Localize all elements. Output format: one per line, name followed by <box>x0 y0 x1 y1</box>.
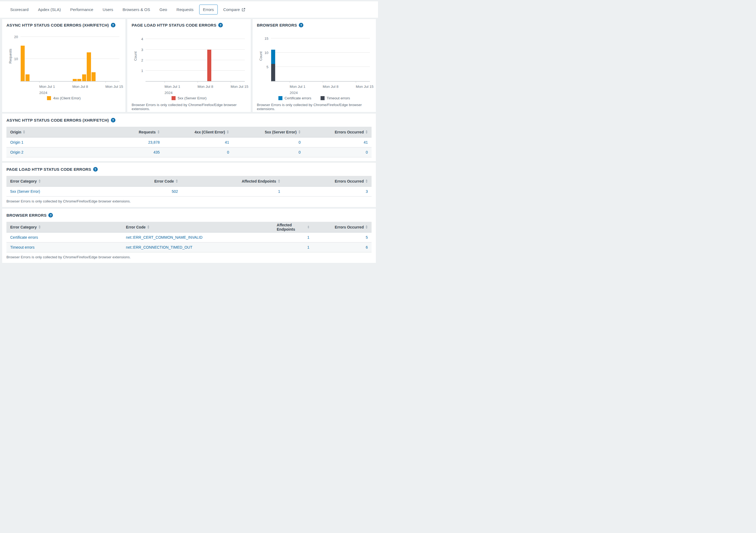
tab-errors[interactable]: Errors <box>199 5 218 14</box>
gridline-y-3 <box>146 49 245 50</box>
x-tick-label: Mon Jul 8 <box>72 84 88 90</box>
cell-link-5xx-server-error[interactable]: 0 <box>299 150 301 154</box>
tab-users[interactable]: Users <box>99 5 117 14</box>
tab-requests[interactable]: Requests <box>173 5 197 14</box>
cell-link-errors-occurred[interactable]: 5 <box>365 235 368 239</box>
table-row-origin-1: Origin 123,87841041 <box>7 137 371 147</box>
cell-link-5xx-server-error[interactable]: 0 <box>299 140 301 145</box>
sort-icon <box>23 130 25 134</box>
legend-swatch <box>47 96 51 100</box>
bar-5xx-server-error-jul-10[interactable] <box>207 50 211 81</box>
column-header-error-code[interactable]: Error Code <box>94 179 181 183</box>
legend: 5xx (Server Error) <box>132 96 246 100</box>
cell-link-errors-occurred[interactable]: 6 <box>365 245 368 249</box>
bar-timeout-errors-jun-27[interactable] <box>271 64 275 81</box>
bar-4xx-client-error-jul-8[interactable] <box>73 79 77 81</box>
help-icon[interactable]: ? <box>111 23 116 27</box>
tab-label: Browsers & OS <box>122 7 150 12</box>
table-row-origin-2: Origin 2435000 <box>7 147 371 157</box>
tab-apdex-sla[interactable]: Apdex (SLA) <box>34 5 65 14</box>
browser-errors-chart: 51015CountMon Jul 12024Mon Jul 8Mon Jul … <box>257 31 371 96</box>
bar-4xx-client-error-jul-10[interactable] <box>82 74 86 81</box>
column-header-4xx-client-error[interactable]: 4xx (Client Error) <box>164 130 233 134</box>
table-footnote: Browser Errors is only collected by Chro… <box>7 252 371 259</box>
column-header-label: Requests <box>139 130 156 134</box>
gridline-y-5 <box>271 67 370 67</box>
cell-link-error-code[interactable]: net::ERR_CONNECTION_TIMED_OUT <box>126 245 192 249</box>
x-tick-label: Mon Jul 15 <box>356 84 373 90</box>
column-header-origin[interactable]: Origin <box>7 130 94 134</box>
column-header-errors-occurred[interactable]: Errors Occurred <box>313 225 371 229</box>
gridline-y-4 <box>146 39 245 39</box>
bar-4xx-client-error-jul-12[interactable] <box>92 72 95 81</box>
cell-link-error-category[interactable]: 5xx (Server Error) <box>10 189 40 194</box>
tab-label: Scorecard <box>10 7 28 12</box>
cell-link-requests[interactable]: 435 <box>153 150 159 154</box>
cell-error-code: net::ERR_CERT_COMMON_NAME_INVALID <box>122 235 273 239</box>
bar-certificate-errors-jun-27[interactable] <box>271 50 275 64</box>
column-header-5xx-server-error[interactable]: 5xx (Server Error) <box>233 130 305 134</box>
y-axis-label: Requests <box>8 49 13 64</box>
column-header-label: Origin <box>10 130 21 134</box>
column-header-label: Error Code <box>126 225 146 229</box>
x-tick-mark <box>39 81 40 83</box>
x-tick-year: 2024 <box>165 90 180 96</box>
tab-compare[interactable]: Compare <box>220 5 249 14</box>
cell-link-errors-occurred[interactable]: 0 <box>365 150 368 154</box>
browser-errors-plot: 51015CountMon Jul 12024Mon Jul 8Mon Jul … <box>271 31 370 82</box>
cell-link-affected-endpoints[interactable]: 1 <box>278 189 280 194</box>
help-icon[interactable]: ? <box>111 118 116 123</box>
y-tick-label: 1 <box>141 69 143 72</box>
column-header-error-category[interactable]: Error Category <box>7 225 122 229</box>
cell-link-origin[interactable]: Origin 1 <box>10 140 23 145</box>
tab-performance[interactable]: Performance <box>66 5 97 14</box>
bar-4xx-client-error-jun-27[interactable] <box>21 46 25 81</box>
tab-browsers-os[interactable]: Browsers & OS <box>119 5 154 14</box>
column-header-affected-endpoints[interactable]: Affected Endpoints <box>273 223 313 232</box>
tab-scorecard[interactable]: Scorecard <box>7 5 32 14</box>
column-header-error-code[interactable]: Error Code <box>122 225 273 229</box>
y-tick-label: 10 <box>264 51 268 54</box>
column-header-error-category[interactable]: Error Category <box>7 179 94 183</box>
help-icon[interactable]: ? <box>48 213 53 217</box>
cell-link-origin[interactable]: Origin 2 <box>10 150 23 154</box>
help-icon[interactable]: ? <box>299 23 303 27</box>
column-header-label: Affected Endpoints <box>242 179 276 183</box>
cell-link-4xx-client-error[interactable]: 41 <box>225 140 229 145</box>
x-axis-space <box>257 82 371 96</box>
tab-label: Performance <box>70 7 93 12</box>
cell-link-requests[interactable]: 23,878 <box>148 140 160 145</box>
cell-link-error-category[interactable]: Certificate errors <box>10 235 38 239</box>
x-tick-date: Mon Jul 15 <box>105 84 123 90</box>
cell-link-affected-endpoints[interactable]: 1 <box>308 245 310 249</box>
x-tick-mark <box>323 81 323 83</box>
chart-panel-pageload-errors: PAGE LOAD HTTP STATUS CODE ERRORS? 1234C… <box>127 19 251 112</box>
cell-link-error-category[interactable]: Timeout errors <box>10 245 35 249</box>
bar-4xx-client-error-jun-28[interactable] <box>25 74 30 81</box>
async-errors-chart: 1020RequestsMon Jul 12024Mon Jul 8Mon Ju… <box>7 31 121 96</box>
charts-row: ASYNC HTTP STATUS CODE ERRORS (XHR/FETCH… <box>2 19 376 112</box>
cell-link-errors-occurred[interactable]: 41 <box>364 140 368 145</box>
legend-swatch <box>321 96 325 100</box>
cell-link-errors-occurred[interactable]: 3 <box>365 189 368 194</box>
x-tick-year: 2024 <box>39 90 55 96</box>
column-header-errors-occurred[interactable]: Errors Occurred <box>305 130 371 134</box>
bar-4xx-client-error-jul-9[interactable] <box>77 79 81 81</box>
table-title-browser: BROWSER ERRORS <box>7 213 46 217</box>
bar-4xx-client-error-jul-11[interactable] <box>87 52 91 81</box>
cell-link-affected-endpoints[interactable]: 1 <box>308 235 310 239</box>
x-tick-mark <box>290 81 290 83</box>
column-header-requests[interactable]: Requests <box>94 130 163 134</box>
cell-link-4xx-client-error[interactable]: 0 <box>227 150 229 154</box>
table-section-browser-errors: BROWSER ERRORS? Error CategoryError Code… <box>2 209 376 263</box>
cell-link-error-code[interactable]: 502 <box>172 189 178 194</box>
table-section-pageload-errors: PAGE LOAD HTTP STATUS CODE ERRORS? Error… <box>2 163 376 207</box>
cell-requests: 23,878 <box>94 140 163 145</box>
help-icon[interactable]: ? <box>93 167 98 172</box>
help-icon[interactable]: ? <box>218 23 223 27</box>
tab-geo[interactable]: Geo <box>156 5 171 14</box>
pageload-errors-plot: 1234CountMon Jul 12024Mon Jul 8Mon Jul 1… <box>146 31 245 82</box>
column-header-errors-occurred[interactable]: Errors Occurred <box>284 179 371 183</box>
cell-link-error-code[interactable]: net::ERR_CERT_COMMON_NAME_INVALID <box>126 235 202 239</box>
column-header-affected-endpoints[interactable]: Affected Endpoints <box>182 179 284 183</box>
